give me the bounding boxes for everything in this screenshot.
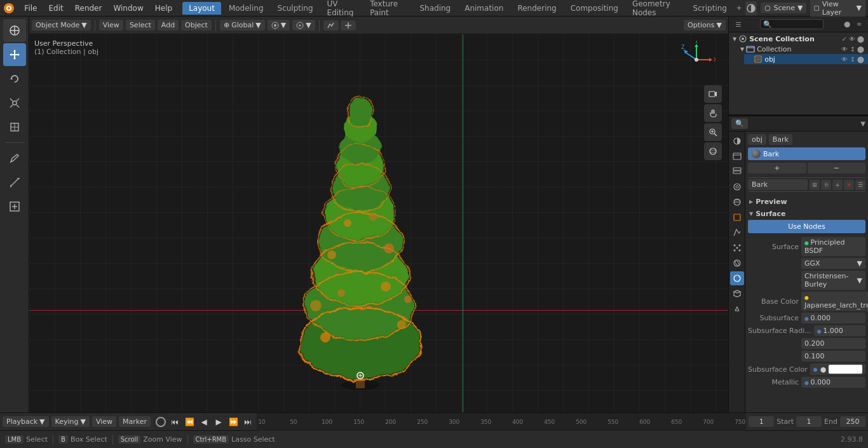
subsurface-radius-value1[interactable]: 1.000 <box>814 325 865 336</box>
shader-filter-btn[interactable]: ☰ <box>855 180 865 190</box>
skip-start-btn[interactable]: ⏮ <box>168 416 181 428</box>
preview-section-header[interactable]: ▶ Preview <box>748 196 865 208</box>
filter-restrict-btn[interactable]: ≡ <box>854 19 864 29</box>
world-props-icon[interactable] <box>730 195 744 209</box>
subsurface-method-dropdown[interactable]: Christensen-Burley ▼ <box>801 271 865 290</box>
move-tool[interactable] <box>3 43 26 66</box>
outliner-filter-btn[interactable]: ☰ <box>733 18 744 30</box>
filter-scene-btn[interactable]: ⬤ <box>842 19 852 29</box>
orbit-btn[interactable] <box>704 142 722 160</box>
hand-pan-btn[interactable] <box>704 104 722 122</box>
blender-logo[interactable] <box>3 1 15 15</box>
transform-tool[interactable] <box>3 116 26 139</box>
tab-compositing[interactable]: Compositing <box>564 2 625 15</box>
render-props-icon[interactable] <box>730 134 744 148</box>
scene-collection-row[interactable]: ▼ Scene Collection ✓ 👁 ⬤ <box>729 34 868 44</box>
output-props-icon[interactable] <box>730 149 744 163</box>
view-menu[interactable]: View <box>99 20 123 31</box>
timeline-ruler[interactable]: 10 50 100 150 200 250 300 350 400 450 50… <box>257 413 746 431</box>
viewport-shading-btn[interactable] <box>745 1 757 15</box>
play-btn[interactable]: ▶ <box>212 416 225 428</box>
obj-render-icon[interactable]: ⬤ <box>857 56 864 63</box>
particle-icon[interactable] <box>730 241 744 255</box>
use-nodes-button[interactable]: Use Nodes <box>748 220 865 233</box>
prev-frame-btn[interactable]: ⏪ <box>183 416 196 428</box>
tab-shading[interactable]: Shading <box>413 2 457 15</box>
viewport-canvas[interactable]: User Perspective (1) Collection | obj <box>29 34 728 412</box>
measure-tool[interactable] <box>3 171 26 194</box>
tree-object[interactable] <box>249 64 465 396</box>
menu-file[interactable]: File <box>19 3 42 14</box>
annotate-tool[interactable] <box>3 147 26 170</box>
base-color-value[interactable]: Japanese_larch_tre... <box>801 292 868 311</box>
tab-sculpting[interactable]: Sculpting <box>271 2 320 15</box>
outliner-search[interactable] <box>760 19 824 29</box>
menu-help[interactable]: Help <box>150 3 177 14</box>
play-reverse-btn[interactable]: ◀ <box>198 416 210 428</box>
transform-selector[interactable]: ⊕ Global ▼ <box>220 20 265 31</box>
start-frame-input[interactable]: 1 <box>796 416 822 427</box>
camera-view-btn[interactable] <box>704 85 722 103</box>
material-props-icon[interactable] <box>730 271 744 285</box>
tab-rendering[interactable]: Rendering <box>511 2 562 15</box>
record-btn[interactable] <box>156 417 166 427</box>
tab-modeling[interactable]: Modeling <box>222 2 270 15</box>
subsurface-radius-value3[interactable]: 0.100 <box>801 351 865 362</box>
tab-scripting[interactable]: Scripting <box>687 2 733 15</box>
add-menu[interactable]: Add <box>158 20 179 31</box>
physics-icon[interactable] <box>730 256 744 270</box>
object-menu[interactable]: Object <box>181 20 212 31</box>
subsurface-value[interactable]: 0.000 <box>801 313 865 323</box>
subsurface-radius-value2[interactable]: 0.200 <box>801 338 865 349</box>
playback-menu[interactable]: Playback ▼ <box>3 416 49 427</box>
material-list-item[interactable]: Bark <box>748 147 865 160</box>
distribution-dropdown[interactable]: GGX ▼ <box>801 258 865 269</box>
scene-eye-icon[interactable]: 👁 <box>849 36 855 43</box>
obj-selector[interactable]: obj <box>748 134 766 145</box>
select-menu[interactable]: Select <box>126 20 155 31</box>
collection-row[interactable]: ▼ Collection 👁 ↕ ⬤ <box>736 44 868 54</box>
view-layer-selector[interactable]: View Layer ▼ <box>810 0 865 18</box>
menu-edit[interactable]: Edit <box>43 3 68 14</box>
scene-selector[interactable]: Scene ▼ <box>761 3 806 13</box>
props-filter-btn[interactable]: ▼ <box>860 120 865 127</box>
scene-props-icon[interactable] <box>730 180 744 194</box>
tab-animation[interactable]: Animation <box>458 2 510 15</box>
graph-btn2[interactable] <box>341 20 356 31</box>
axes-gizmo[interactable]: Y X Z <box>677 41 715 79</box>
proportional-btn[interactable]: ▼ <box>292 20 315 31</box>
remove-material-btn[interactable]: − <box>808 163 866 173</box>
surface-section-header[interactable]: ▼ Surface <box>748 208 865 220</box>
snap-btn[interactable]: ▼ <box>268 20 290 31</box>
coll-render-icon[interactable]: ⬤ <box>857 46 864 53</box>
options-btn[interactable]: Options ▼ <box>684 20 726 31</box>
props-search-box[interactable]: 🔍 <box>731 118 748 129</box>
cursor-tool[interactable] <box>3 19 26 42</box>
next-frame-btn[interactable]: ⏩ <box>227 416 240 428</box>
graph-btn1[interactable] <box>323 20 339 31</box>
menu-window[interactable]: Window <box>108 3 148 14</box>
add-material-btn[interactable]: + <box>748 163 806 173</box>
metallic-value[interactable]: 0.000 <box>801 377 865 388</box>
object-mode-selector[interactable]: Object Mode ▼ <box>32 20 91 31</box>
tab-layout[interactable]: Layout <box>182 2 221 15</box>
rotate-tool[interactable] <box>3 67 26 90</box>
current-frame-input[interactable]: 1 <box>749 416 774 427</box>
coll-eye-icon[interactable]: 👁 <box>841 46 848 53</box>
shader-new-btn[interactable]: + <box>832 180 843 190</box>
end-frame-input[interactable]: 250 <box>840 416 865 427</box>
scale-tool[interactable] <box>3 92 26 114</box>
modifier-props-icon[interactable] <box>730 226 744 240</box>
coll-select-icon[interactable]: ↕ <box>850 46 855 53</box>
view-layer-icon[interactable] <box>730 165 744 179</box>
zoom-btn[interactable] <box>704 123 722 141</box>
subsurface-color-preview[interactable] <box>829 365 862 374</box>
mat-name-selector[interactable]: Bark <box>769 134 792 145</box>
data-props-icon[interactable] <box>730 287 744 301</box>
subsurface-color-swatch[interactable]: ● <box>810 363 865 375</box>
surface-value[interactable]: Principled BSDF <box>801 237 865 256</box>
object-props-icon[interactable] <box>730 210 744 224</box>
obj-select-icon[interactable]: ↕ <box>850 56 855 63</box>
shader-unlink-btn[interactable]: ✕ <box>844 180 854 190</box>
timeline-view-menu[interactable]: View <box>92 416 116 427</box>
